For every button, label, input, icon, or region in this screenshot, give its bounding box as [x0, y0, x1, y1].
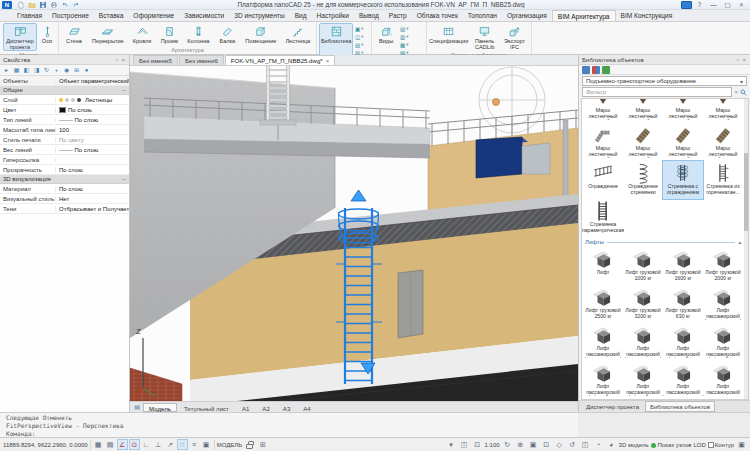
architecture-tool-button[interactable]: Помещение — [241, 23, 280, 46]
library-item[interactable]: Ограждение стремянки — [623, 161, 663, 199]
snap-toggle-icon[interactable]: ▤ — [105, 439, 116, 450]
model-viewport[interactable]: Z — [130, 66, 578, 401]
snap-toggle-icon[interactable]: ▦ — [93, 439, 104, 450]
architecture-tool-button[interactable]: Стена — [61, 23, 87, 46]
library-item[interactable]: Лифт пассажирский (офис, банк, гост... — [623, 361, 663, 399]
pin-icon[interactable]: ▫ — [116, 57, 119, 63]
qat-button[interactable] — [60, 0, 70, 9]
ribbon-tab[interactable]: Вывод — [354, 10, 384, 21]
snap-toggle-icon[interactable]: ∟ — [141, 439, 152, 450]
status-view-icon[interactable]: ⊕ — [515, 439, 526, 450]
close-icon[interactable]: × — [121, 57, 126, 63]
objects-mini-button[interactable]: ▣▾ — [354, 25, 369, 32]
snap-toggle-icon[interactable]: ⊙ — [129, 439, 140, 450]
library-item[interactable]: Марш лестничный прямой с нечетной... — [623, 123, 663, 161]
layout-tab[interactable]: А3 — [277, 403, 296, 412]
property-row[interactable]: Цвет По слою — [0, 105, 129, 115]
qat-button[interactable] — [27, 0, 37, 9]
maximize-button[interactable]: ▢ — [721, 0, 734, 9]
layout-tab[interactable]: Титульный лист — [178, 403, 235, 412]
library-item[interactable]: Лифт пассажирский (офис, банк, гост... — [703, 323, 743, 361]
objects-selector-row[interactable]: Объекты Объект параметрический — [0, 76, 129, 86]
architecture-tool-button[interactable]: Лестница — [281, 23, 314, 46]
help-button[interactable]: ? — [693, 0, 706, 9]
pin-icon[interactable]: ▫ — [737, 57, 740, 63]
library-item[interactable]: Лифт пассажирский (офис, банк, гост... — [663, 323, 703, 361]
library-item[interactable]: Лифт пассажирский (офис, банк, гост... — [583, 361, 623, 399]
section-header-3d[interactable]: 3D визуализация− — [0, 175, 129, 184]
library-item[interactable]: Ограждение — [583, 161, 623, 199]
library-item[interactable]: Лифт грузовой 630 кг — [663, 285, 703, 323]
library-item[interactable]: Лифт грузовой 2500 кг — [583, 285, 623, 323]
status-view-icon[interactable]: ◔ — [593, 439, 604, 450]
property-row[interactable]: Масштаб типа линий 100 — [0, 125, 129, 135]
property-row[interactable]: Материал По слою — [0, 184, 129, 194]
architecture-tool-button[interactable]: Перекрытие — [88, 23, 128, 46]
library-item[interactable]: Лифт грузовой 3200 кг — [623, 285, 663, 323]
library-item[interactable]: Марш лестничный прямой с площа... — [583, 123, 623, 161]
properties-toolbar-icon[interactable]: ↻ — [42, 66, 51, 75]
project-manager-button[interactable]: Диспетчер проекта — [3, 23, 37, 51]
collapse-icon[interactable]: − — [122, 176, 126, 182]
status-view-icon[interactable]: ↻ — [502, 439, 513, 450]
library-scrollbar[interactable] — [744, 99, 748, 399]
properties-toolbar-icon[interactable]: ◉ — [62, 66, 71, 75]
property-row[interactable]: Тени Отбрасывает и Получает — [0, 204, 129, 214]
axes-button[interactable]: Оси — [38, 23, 56, 51]
snap-toggle-icon[interactable]: ≡ — [189, 439, 200, 450]
qat-button[interactable] — [38, 0, 48, 9]
views-button[interactable]: Виды — [374, 23, 398, 56]
status-mid-icon[interactable]: ⊡ — [472, 439, 483, 450]
command-line-panel[interactable]: Следующая Отменить FitPerspectiveView - … — [0, 412, 578, 437]
layout-grid-icon[interactable]: ⊞ — [257, 439, 268, 450]
ribbon-tab[interactable]: BIM Архитектура — [552, 10, 616, 21]
app-logo[interactable]: N — [2, 1, 12, 9]
property-row[interactable]: Прозрачность По слою — [0, 165, 129, 175]
status-view-icon[interactable]: ◫ — [580, 439, 591, 450]
architecture-tool-button[interactable]: Колонна — [183, 23, 213, 46]
properties-toolbar-icon[interactable]: ● — [82, 66, 91, 75]
model-space-label[interactable]: МОДЕЛЬ — [217, 442, 242, 448]
objects-mini-button[interactable]: ◫▾ — [354, 33, 369, 40]
snap-toggle-icon[interactable]: ∠ — [117, 439, 128, 450]
library-table-icon[interactable] — [602, 66, 610, 74]
property-row[interactable]: Визуальный стиль Нет — [0, 194, 129, 204]
library-item[interactable]: Лифт грузовой 1600 кг — [663, 247, 703, 285]
layout-tab[interactable]: А4 — [297, 403, 316, 412]
contour-toggle[interactable]: Контур — [708, 442, 734, 448]
status-mid-icon[interactable]: ◫ — [459, 439, 470, 450]
ribbon-tab[interactable]: Оформление — [128, 10, 179, 21]
snap-toggle-icon[interactable]: ▣ — [201, 439, 212, 450]
library-item[interactable]: Лифт пассажирский (жилое здание) 1... — [703, 285, 743, 323]
objects-mini-button[interactable]: ▤▾ — [354, 41, 369, 48]
library-filter-input[interactable] — [582, 87, 732, 97]
status-view-icon[interactable]: ▣ — [528, 439, 539, 450]
library-item[interactable]: Стремянка с ограждением — [663, 161, 703, 199]
close-button[interactable]: × — [735, 0, 748, 9]
category-dropdown[interactable]: Подъемно-транспортное оборудование ▾ — [582, 76, 747, 86]
status-view-icon[interactable]: ◇ — [554, 439, 565, 450]
ribbon-tab[interactable]: Зависимости — [179, 10, 229, 21]
architecture-tool-button[interactable]: Балка — [214, 23, 240, 46]
library-sort-icon[interactable] — [592, 66, 600, 74]
snap-toggle-icon[interactable]: ∷ — [177, 439, 188, 450]
properties-toolbar-icon[interactable]: ▸ — [2, 66, 11, 75]
clear-filter-icon[interactable]: × — [734, 89, 738, 95]
ribbon-tab[interactable]: Главная — [12, 10, 47, 21]
architecture-tool-button[interactable]: Кровля — [129, 23, 156, 46]
qat-button[interactable] — [49, 0, 59, 9]
status-view-icon[interactable]: ◕ — [606, 439, 617, 450]
status-view-icon[interactable]: ↺ — [567, 439, 578, 450]
library-item[interactable]: Лифт — [583, 247, 623, 285]
properties-toolbar-icon[interactable]: ◧ — [22, 66, 31, 75]
checkbox-icon[interactable] — [708, 442, 714, 448]
lod-label[interactable]: LOD — [693, 442, 705, 448]
model3d-label[interactable]: 3D модель — [619, 442, 649, 448]
library-item[interactable]: Марш лестничный прямой с площа... — [703, 98, 743, 123]
library-item[interactable]: Лифт пассажирский (транспортиров... — [663, 361, 703, 399]
properties-toolbar-icon[interactable]: ▦ — [12, 66, 21, 75]
panel-tab[interactable]: Диспетчер проекта — [581, 401, 644, 412]
document-tab[interactable]: Без имени5× — [133, 55, 178, 65]
ribbon-tab[interactable]: 3D инструменты — [229, 10, 289, 21]
documentation-mini-button[interactable]: ▥▾ — [399, 33, 414, 40]
